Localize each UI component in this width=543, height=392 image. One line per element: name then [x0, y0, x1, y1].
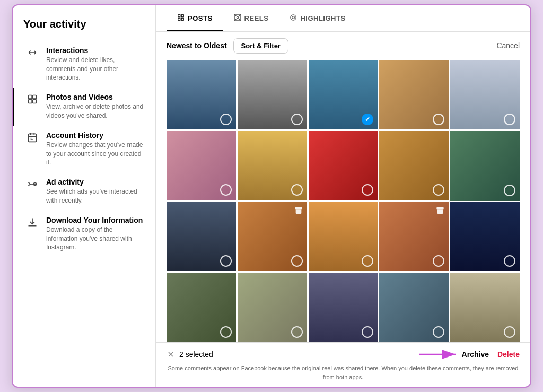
select-circle[interactable]: [504, 326, 515, 338]
sidebar-item-photos-videos[interactable]: Photos and Videos View, archive or delet…: [13, 88, 155, 126]
sort-label: Newest to Oldest: [167, 41, 227, 50]
sidebar: Your activity Interactions Review and de…: [13, 5, 156, 387]
select-circle[interactable]: [291, 326, 303, 338]
interactions-icon: [25, 47, 40, 58]
tab-highlights[interactable]: HIGHLIGHTS: [279, 5, 356, 31]
tab-posts[interactable]: POSTS: [167, 5, 223, 31]
select-circle[interactable]: [504, 114, 515, 125]
select-circle[interactable]: [291, 184, 303, 196]
svg-rect-6: [178, 15, 180, 17]
svg-rect-3: [33, 100, 37, 103]
archive-button[interactable]: Archive: [462, 350, 489, 359]
ad-activity-icon: [25, 179, 40, 189]
archive-indicator-icon: [436, 206, 444, 216]
photo-grid-container: [156, 60, 530, 342]
interactions-text: Interactions Review and delete likes, co…: [46, 46, 145, 82]
selected-count: 2 selected: [179, 350, 419, 359]
main-window: Your activity Interactions Review and de…: [12, 4, 531, 388]
photo-cell[interactable]: [379, 202, 449, 272]
select-circle[interactable]: [220, 114, 232, 125]
main-content: POSTS REELS: [156, 5, 530, 387]
select-circle[interactable]: [362, 114, 373, 125]
cancel-button[interactable]: Cancel: [496, 41, 520, 50]
photo-cell[interactable]: [238, 273, 307, 342]
photo-cell[interactable]: [309, 273, 378, 342]
clear-selection-button[interactable]: [167, 350, 175, 359]
svg-rect-19: [437, 207, 444, 209]
photo-cell[interactable]: [450, 60, 520, 129]
sidebar-item-download[interactable]: Download Your Information Download a cop…: [13, 211, 155, 257]
photo-cell[interactable]: [379, 273, 449, 342]
toolbar: Newest to Oldest Sort & Filter Cancel: [156, 32, 530, 60]
photo-cell[interactable]: [450, 131, 520, 201]
photo-grid: [167, 60, 520, 342]
svg-point-15: [239, 19, 239, 20]
download-text: Download Your Information Download a cop…: [46, 216, 145, 252]
photo-cell[interactable]: [450, 202, 520, 272]
sidebar-title: Your activity: [13, 18, 155, 41]
photo-cell[interactable]: [379, 60, 449, 129]
svg-rect-9: [181, 18, 183, 20]
photo-cell[interactable]: [450, 273, 520, 342]
footer-note: Some comments appear on Facebook because…: [167, 364, 520, 381]
photo-cell[interactable]: [238, 131, 307, 201]
photo-cell[interactable]: [167, 131, 236, 201]
svg-rect-7: [181, 15, 183, 17]
sidebar-item-interactions[interactable]: Interactions Review and delete likes, co…: [13, 41, 155, 88]
bottom-bar: 2 selected Archive Delete Some comments …: [156, 342, 530, 387]
photo-cell[interactable]: [238, 202, 307, 272]
photo-cell[interactable]: [309, 131, 378, 201]
sidebar-item-ad-activity[interactable]: Ad activity See which ads you've interac…: [13, 172, 155, 211]
selection-row: 2 selected Archive Delete: [167, 348, 520, 361]
svg-rect-0: [29, 95, 32, 99]
select-circle[interactable]: [291, 255, 303, 267]
photos-videos-icon: [25, 94, 40, 104]
delete-button[interactable]: Delete: [497, 350, 520, 359]
svg-rect-1: [33, 95, 37, 99]
photo-cell[interactable]: [379, 131, 449, 201]
tab-reels[interactable]: REELS: [223, 5, 279, 31]
select-circle[interactable]: [433, 114, 444, 125]
reels-tab-icon: [234, 14, 241, 23]
svg-point-16: [291, 15, 296, 21]
select-circle[interactable]: [220, 255, 232, 267]
highlights-tab-icon: [290, 14, 297, 23]
download-icon: [25, 217, 40, 228]
account-history-text: Account History Review changes that you'…: [46, 131, 145, 167]
select-circle[interactable]: [291, 114, 303, 125]
sort-filter-button[interactable]: Sort & Filter: [233, 38, 288, 54]
photos-videos-text: Photos and Videos View, archive or delet…: [46, 93, 145, 120]
account-history-icon: [25, 132, 40, 143]
photo-cell[interactable]: [238, 60, 307, 129]
photo-cell[interactable]: [167, 273, 236, 342]
photo-cell[interactable]: [167, 60, 236, 129]
photo-cell[interactable]: [309, 60, 378, 129]
svg-point-12: [235, 15, 235, 16]
svg-rect-4: [29, 134, 37, 142]
ad-activity-text: Ad activity See which ads you've interac…: [46, 178, 145, 205]
svg-rect-8: [178, 18, 180, 20]
select-circle[interactable]: [220, 326, 232, 338]
svg-point-13: [239, 15, 239, 16]
svg-point-11: [237, 16, 239, 19]
posts-tab-icon: [177, 14, 185, 23]
svg-rect-18: [295, 207, 302, 209]
arrow-indicator: [419, 348, 462, 361]
select-circle[interactable]: [504, 185, 515, 196]
svg-rect-2: [29, 100, 32, 103]
tabs-bar: POSTS REELS: [156, 5, 530, 32]
archive-indicator-icon: [294, 206, 303, 216]
photo-cell[interactable]: [167, 202, 236, 272]
photo-cell[interactable]: [309, 202, 378, 272]
svg-point-17: [292, 16, 295, 19]
sidebar-item-account-history[interactable]: Account History Review changes that you'…: [13, 126, 155, 172]
svg-point-14: [235, 19, 235, 20]
